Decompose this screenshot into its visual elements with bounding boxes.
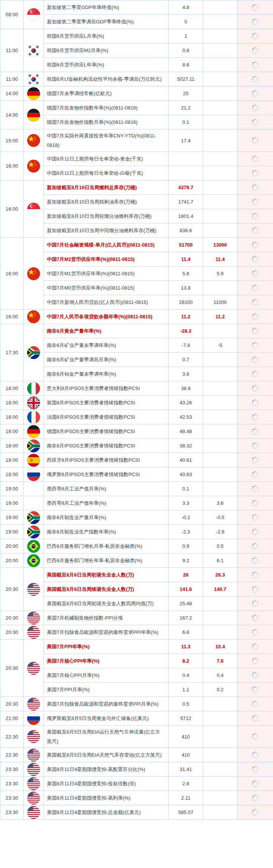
- event-time: 23:30: [0, 762, 24, 777]
- actual-value: 40.61: [169, 453, 203, 467]
- loading-spinner-icon: [251, 226, 260, 235]
- event-row[interactable]: 18:00英国8月IPSOS主要消费者情绪指数PCSI43.26: [0, 396, 273, 410]
- actual-value: 31.41: [169, 762, 203, 777]
- event-row[interactable]: 18:00意大利8月IPSOS主要消费者情绪指数PCSI38.8: [0, 381, 273, 396]
- event-row[interactable]: 18:00俄罗斯6月IPSOS主要消费者情绪指数PCSI40.83: [0, 467, 273, 482]
- event-row[interactable]: 20:30美国7月扣除食品能源和贸易的最终需求PPI月率(%)0.5: [0, 697, 273, 711]
- loading-spinner-icon: [251, 700, 260, 709]
- event-row[interactable]: 18:00德国8月IPSOS主要消费者情绪指数PCSI48.48: [0, 424, 273, 439]
- loading-spinner-icon: [251, 89, 260, 98]
- actual-value: 8.2: [169, 654, 203, 668]
- event-group: 18:00南非8月IPSOS主要消费者情绪指数PCSI38.32: [0, 439, 273, 453]
- germany-flag-icon: [27, 87, 40, 100]
- row-action-cell: [238, 611, 273, 625]
- loading-spinner-icon: [251, 355, 260, 364]
- forecast-value: [203, 439, 238, 453]
- event-time: 22:30: [0, 748, 24, 762]
- event-time: 18:00: [0, 453, 24, 467]
- event-row[interactable]: 20:30美国7月机械制造物价指数-PPI分项167.2: [0, 611, 273, 625]
- event-row[interactable]: 11:00韩国6月货币供应L月率(%)1: [0, 29, 273, 43]
- event-title: 美国截至8月6日当周初请失业金人数四周均值(万): [44, 597, 169, 611]
- forecast-value: [203, 367, 238, 381]
- event-title: 巴西6月服务部门增长月率-私营非金融类(%): [44, 539, 169, 553]
- loading-spinner-icon: [251, 17, 260, 26]
- loading-spinner-icon: [251, 599, 260, 608]
- event-row[interactable]: 14:00德国7月未季调经常帐(亿欧元)25: [0, 86, 273, 101]
- forecast-value: [203, 611, 238, 625]
- flag-cell-gb: [24, 396, 44, 410]
- event-row[interactable]: 19:00墨西哥6月工业产值月率(%)0.1: [0, 482, 273, 496]
- flag-cell-us: [24, 640, 44, 697]
- actual-value: 28100: [169, 295, 203, 310]
- row-action-cell: [238, 29, 273, 43]
- event-group: 19:00墨西哥6月工业产值年率(%)3.33.6: [0, 496, 273, 510]
- event-row[interactable]: 22:30美国截至8月5日当周EIA运行天然气引伸流量(亿立方英尺)410: [0, 726, 273, 748]
- forecast-value: 0.4: [203, 668, 238, 683]
- flag-cell-us: [24, 762, 44, 777]
- actual-value: 167.2: [169, 611, 203, 625]
- event-row[interactable]: 14:00德国7月批发物价指数年率(%)(0811-0816)21.2: [0, 101, 273, 115]
- event-row[interactable]: 21:00俄罗斯截至8月5日当周黄金与外汇储备(亿美元)5712: [0, 711, 273, 726]
- united-kingdom-flag-icon: [27, 396, 40, 409]
- actual-value: 8.6: [169, 58, 203, 72]
- flag-cell-us: [24, 697, 44, 711]
- event-row[interactable]: 18:00法国8月IPSOS主要消费者情绪指数PCSI42.53: [0, 410, 273, 424]
- usa-flag-icon: [27, 698, 40, 711]
- event-row[interactable]: 19:00南非6月制造业生产指数年率(%)-2.3-2.9: [0, 525, 273, 539]
- event-time: 20:30: [0, 611, 24, 625]
- event-time: 15:00: [0, 130, 24, 152]
- event-row[interactable]: 16:00中国7月人民币各项贷款余额年率(%)(0811-0815)11.211…: [0, 310, 273, 324]
- germany-flag-icon: [27, 425, 40, 438]
- event-title: 新加坡截至8月10日当周轻馏分油燃料库存(万桶): [44, 209, 169, 224]
- flag-cell-br: [24, 553, 44, 568]
- actual-value: 5712: [169, 711, 203, 726]
- actual-value: 0.5: [169, 697, 203, 711]
- event-row[interactable]: 18:00西班牙8月IPSOS主要消费者情绪指数PCSI40.61: [0, 453, 273, 467]
- event-time: 20:00: [0, 539, 24, 553]
- event-time: 18:00: [0, 410, 24, 424]
- event-row[interactable]: 17:30南非6月黄金产量年率(%)-28.3: [0, 324, 273, 338]
- event-row[interactable]: 16:00中国7月社会融资规模-单月(亿人民币)(0811-0815)51700…: [0, 238, 273, 252]
- row-action-cell: [238, 43, 273, 58]
- forecast-value: 5.9: [203, 267, 238, 281]
- row-action-cell: [238, 539, 273, 553]
- event-row[interactable]: 16:00中国8月11日上期所每日仓单变动-黄金(千克): [0, 152, 273, 166]
- loading-spinner-icon: [251, 484, 260, 493]
- event-time: 20:30: [0, 697, 24, 711]
- event-row[interactable]: 20:30美国7月扣除食品能源和贸易的最终需求PPI年率(%)6.8: [0, 625, 273, 640]
- forecast-value: 0.2: [203, 683, 238, 697]
- event-row[interactable]: 20:00巴西6月服务部门增长月率-私营非金融类(%)0.90.5: [0, 539, 273, 553]
- forecast-value: [203, 762, 238, 777]
- actual-value: 410: [169, 726, 203, 748]
- event-time: 14:00: [0, 86, 24, 101]
- event-row[interactable]: 20:30美国截至8月6日当周初请失业金人数(万)2626.3: [0, 568, 273, 582]
- event-title: 新加坡截至8月10日当周残剩油库存(万桶): [44, 195, 169, 209]
- event-row[interactable]: 16:00新加坡截至8月10日当周燃料总库存(万桶)4379.7: [0, 180, 273, 195]
- event-row[interactable]: 20:30美国7月PPI年率(%)11.310.4: [0, 640, 273, 654]
- event-row[interactable]: 23:30美国8月11日4星期国债竞拍-高配置百分比(%)31.41: [0, 762, 273, 777]
- event-row[interactable]: 19:00南非6月制造业产量月率(%)-0.2-0.5: [0, 510, 273, 525]
- loading-spinner-icon: [251, 118, 260, 127]
- event-row[interactable]: 18:00南非8月IPSOS主要消费者情绪指数PCSI38.32: [0, 439, 273, 453]
- event-row[interactable]: 23:30美国8月11日4星期国债竞拍-高利率(%)2.11: [0, 791, 273, 805]
- event-row[interactable]: 23:30美国8月11日4星期国债竞拍-投标倍数(倍)2.8: [0, 777, 273, 791]
- row-action-cell: [238, 130, 273, 152]
- event-title: 中国7月M0货币供应年率(%)(0811-0815): [44, 281, 169, 295]
- loading-spinner-icon: [251, 779, 260, 788]
- loading-spinner-icon: [251, 212, 260, 221]
- event-row[interactable]: 23:30美国8月11日4星期国债竞拍-总金额(亿美元)585.07: [0, 805, 273, 820]
- forecast-value: [203, 453, 238, 467]
- event-row[interactable]: 20:00巴西6月服务部门增长年率-私营非金融类(%)9.26.1: [0, 553, 273, 568]
- forecast-value: [203, 43, 238, 58]
- event-row[interactable]: 15:00中国7月实际外商直接投资年率CNY-YTD(%)(0811-0818)…: [0, 130, 273, 152]
- flag-cell-kr: [24, 72, 44, 86]
- event-row[interactable]: 22:30美国截至8月5日当周EIA天然气库存变动(亿立方英尺)410: [0, 748, 273, 762]
- row-action-cell: [238, 510, 273, 525]
- event-row[interactable]: 11:00韩国6月Lf金融机构流动性平均余额-季调后(万亿韩元)5027.11: [0, 72, 273, 86]
- event-row[interactable]: 08:00新加坡第二季度GDP年率终值(%)4.8: [0, 0, 273, 15]
- event-time: 20:00: [0, 553, 24, 568]
- row-action-cell: [238, 697, 273, 711]
- event-time: 23:30: [0, 805, 24, 820]
- forecast-value: [203, 424, 238, 439]
- event-row[interactable]: 19:00墨西哥6月工业产值年率(%)3.33.6: [0, 496, 273, 510]
